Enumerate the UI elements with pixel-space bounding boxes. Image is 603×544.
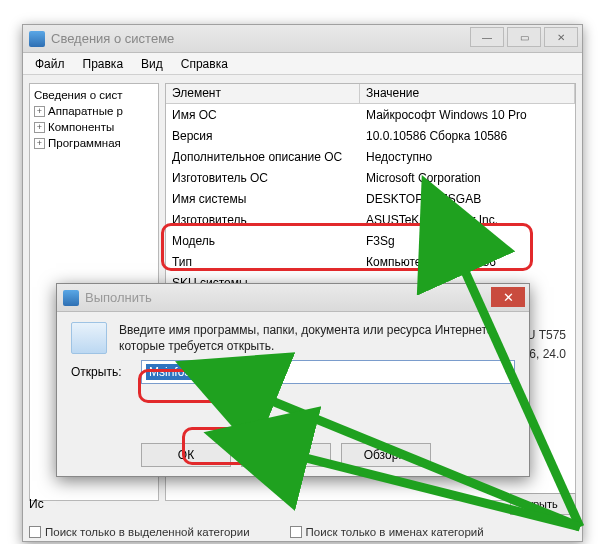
- cancel-button[interactable]: Отмена: [241, 443, 331, 467]
- table-row: МодельF3Sg: [166, 230, 575, 251]
- run-close-button[interactable]: ✕: [491, 287, 525, 307]
- sysinfo-titlebar[interactable]: Сведения о системе — ▭ ✕: [23, 25, 582, 53]
- run-title: Выполнить: [85, 290, 152, 305]
- tree-item-components[interactable]: + Компоненты: [32, 119, 156, 135]
- close-bottom-button[interactable]: крыть: [510, 493, 576, 515]
- menu-view[interactable]: Вид: [133, 55, 171, 73]
- tree-item-label: Компоненты: [48, 121, 114, 133]
- col-element[interactable]: Элемент: [166, 84, 360, 103]
- table-row: Имя ОСМайкрософт Windows 10 Pro: [166, 104, 575, 125]
- checkbox-icon[interactable]: [290, 526, 302, 538]
- run-app-icon: [63, 290, 79, 306]
- app-icon: [29, 31, 45, 47]
- menu-file[interactable]: Файл: [27, 55, 73, 73]
- menubar: Файл Правка Вид Справка: [23, 53, 582, 75]
- minimize-button[interactable]: —: [470, 27, 504, 47]
- table-row: Дополнительное описание ОСНедоступно: [166, 146, 575, 167]
- window-title: Сведения о системе: [51, 31, 174, 46]
- tree-item-label: Аппаратные р: [48, 105, 123, 117]
- run-dialog: Выполнить ✕ Введите имя программы, папки…: [56, 283, 530, 477]
- expand-icon[interactable]: +: [34, 138, 45, 149]
- search-prefix: Ис: [29, 497, 48, 511]
- table-row: ТипКомпьютер на базе x86: [166, 251, 575, 272]
- tree-item-label: Программная: [48, 137, 121, 149]
- run-description: Введите имя программы, папки, документа …: [119, 322, 515, 354]
- chk-selected-category[interactable]: Поиск только в выделенной категории: [29, 526, 250, 538]
- chevron-down-icon[interactable]: ▾: [505, 367, 510, 377]
- menu-edit[interactable]: Правка: [75, 55, 132, 73]
- chk-names-only[interactable]: Поиск только в именах категорий: [290, 526, 484, 538]
- table-row: Имя системыDESKTOP-0SJSGAB: [166, 188, 575, 209]
- tree-item-software[interactable]: + Программная: [32, 135, 156, 151]
- run-input[interactable]: Msinfo32 ▾: [141, 360, 515, 384]
- close-button[interactable]: ✕: [544, 27, 578, 47]
- table-row: Версия10.0.10586 Сборка 10586: [166, 125, 575, 146]
- expand-icon[interactable]: +: [34, 106, 45, 117]
- tree-item-hardware[interactable]: + Аппаратные р: [32, 103, 156, 119]
- ok-button[interactable]: ОК: [141, 443, 231, 467]
- grid-header: Элемент Значение: [166, 84, 575, 104]
- table-row: ИзготовительASUSTeK Computer Inc.: [166, 209, 575, 230]
- run-titlebar[interactable]: Выполнить ✕: [57, 284, 529, 312]
- open-label: Открыть:: [71, 365, 133, 379]
- expand-icon[interactable]: +: [34, 122, 45, 133]
- col-value[interactable]: Значение: [360, 84, 575, 103]
- tree-root[interactable]: Сведения о сист: [32, 87, 156, 103]
- table-row: Изготовитель ОСMicrosoft Corporation: [166, 167, 575, 188]
- checkbox-icon[interactable]: [29, 526, 41, 538]
- tree-root-label: Сведения о сист: [34, 89, 123, 101]
- maximize-button[interactable]: ▭: [507, 27, 541, 47]
- browse-button[interactable]: Обзор...: [341, 443, 431, 467]
- menu-help[interactable]: Справка: [173, 55, 236, 73]
- run-input-value: Msinfo32: [146, 364, 201, 380]
- run-icon: [71, 322, 107, 354]
